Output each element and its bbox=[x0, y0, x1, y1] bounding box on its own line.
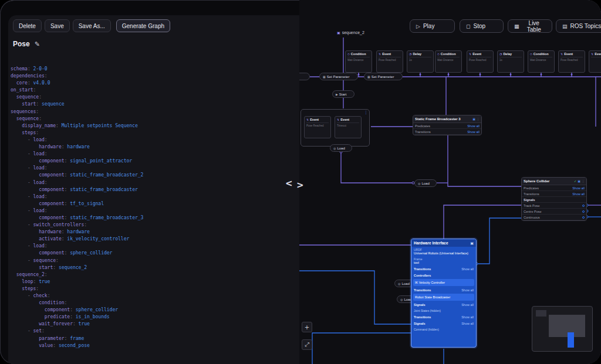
pill-node-load-icon: ◎ bbox=[400, 298, 403, 301]
expand-panel-button[interactable]: > bbox=[296, 180, 304, 190]
code-line: sequence: bbox=[11, 94, 299, 101]
node-title: Event bbox=[310, 118, 319, 121]
pill-node-load[interactable]: ◎Load bbox=[299, 73, 310, 80]
graph-node-event[interactable]: ↯Event bbox=[589, 50, 601, 73]
collapse-panel-button[interactable]: < bbox=[285, 178, 293, 189]
pill-node-set-parameter[interactable]: ▦Set Parameter bbox=[364, 73, 403, 80]
pill-node-load[interactable]: ◎Load bbox=[414, 179, 437, 187]
show-all-link[interactable]: Show all bbox=[467, 124, 480, 128]
section-label: Transitions bbox=[414, 315, 431, 319]
node-section-signals: SignalsShow all bbox=[411, 301, 476, 308]
code-line: on_start: bbox=[11, 87, 299, 94]
node-field-frame: Frametool bbox=[411, 256, 476, 266]
check-icon: ✓ bbox=[574, 179, 576, 183]
delay-icon: ◔ bbox=[499, 52, 502, 56]
pill-label: Load bbox=[337, 147, 345, 150]
graph-node-condition[interactable]: ◇ConditionWait Distance bbox=[345, 50, 372, 73]
graph-canvas[interactable]: ▷ Play ◻ Stop ▦ Live Table ▤ ROS Topics … bbox=[299, 0, 601, 364]
show-all-link[interactable]: Show all bbox=[461, 267, 474, 271]
stop-button[interactable]: ◻ Stop bbox=[460, 19, 504, 33]
pill-node-set-parameter[interactable]: ▦Set Parameter bbox=[319, 73, 358, 80]
row-label: Transitions bbox=[524, 192, 539, 196]
graph-node-event[interactable]: ↯EventPose Reached bbox=[304, 116, 331, 138]
code-editor[interactable]: schema: 2-0-0dependencies: core: v4.0.0o… bbox=[11, 66, 299, 364]
graph-node-delay[interactable]: ◔Delay1s bbox=[407, 50, 434, 73]
code-line: - check: bbox=[11, 292, 299, 300]
graph-node-event[interactable]: ↯EventPose Reached bbox=[376, 50, 403, 73]
graph-node-event[interactable]: ↯EventTimeout bbox=[335, 116, 362, 138]
node-subtitle: 1s bbox=[499, 59, 522, 62]
show-all-link[interactable]: Show all bbox=[461, 303, 474, 307]
show-all-link[interactable]: Show all bbox=[572, 192, 585, 196]
node-subtitle: Wait Distance bbox=[437, 59, 460, 62]
code-line: - switch_controllers: bbox=[11, 222, 299, 229]
section-label: Transitions bbox=[414, 288, 431, 292]
graph-node-event[interactable]: ↯EventPose Reached bbox=[558, 50, 585, 73]
show-all-link[interactable]: Show all bbox=[461, 315, 474, 319]
node-row-predicates: PredicatesShow all bbox=[522, 185, 586, 191]
edit-name-button[interactable]: ✎ bbox=[35, 40, 40, 48]
group-menu-icon[interactable]: ⋮ bbox=[364, 110, 368, 115]
show-all-link[interactable]: Show all bbox=[572, 186, 585, 190]
code-line: wait_forever: true bbox=[11, 321, 299, 328]
node-header: ◔Delay bbox=[499, 52, 522, 57]
row-label: Continuous bbox=[524, 216, 540, 219]
live-table-button[interactable]: ▦ Live Table bbox=[508, 19, 552, 33]
node-section-signals: SignalsShow all bbox=[411, 320, 476, 326]
save-button[interactable]: Save bbox=[45, 19, 70, 32]
node-subtitle: Pose Reached bbox=[379, 59, 401, 62]
code-line: loop: true bbox=[11, 278, 299, 285]
minimap-shape bbox=[536, 310, 546, 317]
section-label: Signals bbox=[414, 303, 426, 307]
signal-port[interactable] bbox=[582, 205, 585, 207]
graph-node-sphere-collider[interactable]: Sphere Collider✓▣⋮PredicatesShow allTran… bbox=[521, 177, 587, 221]
code-line: - load: bbox=[11, 243, 299, 250]
show-all-link[interactable]: Show all bbox=[461, 322, 474, 325]
node-header: ◔Delay bbox=[409, 52, 431, 57]
code-line: dependencies: bbox=[11, 73, 299, 80]
graph-node-delay[interactable]: ◔Delay1s bbox=[497, 50, 524, 73]
controller-item[interactable]: IK Velocity Controller bbox=[413, 279, 474, 286]
controller-item[interactable]: Robot State Broadcaster bbox=[413, 294, 474, 301]
code-line: core: v4.0.0 bbox=[11, 80, 299, 87]
node-header: ◇Condition bbox=[347, 52, 370, 57]
fit-view-button[interactable]: ⤢ bbox=[302, 339, 312, 350]
save-as-button[interactable]: Save As... bbox=[73, 19, 111, 32]
component-icon: ▣ bbox=[472, 117, 475, 121]
minimap[interactable] bbox=[532, 306, 593, 352]
node-row-centre-pose: Centre Pose bbox=[522, 209, 586, 215]
group-label: ▣sequence_2 bbox=[337, 30, 364, 35]
play-button[interactable]: ▷ Play bbox=[410, 19, 455, 33]
delete-button[interactable]: Delete bbox=[13, 19, 42, 32]
node-section-transitions: TransitionsShow all bbox=[411, 314, 476, 320]
code-line: sequence_2: bbox=[11, 271, 299, 278]
pill-node-load[interactable]: ◎Load bbox=[330, 144, 352, 152]
code-line: - load: bbox=[11, 179, 299, 186]
pill-node-load-icon: ◎ bbox=[398, 282, 400, 285]
row-label: Transitions bbox=[415, 130, 431, 134]
generate-graph-button[interactable]: Generate Graph bbox=[116, 19, 170, 32]
node-subtitle: 1s bbox=[409, 59, 431, 62]
node-subtitle: Pose Reached bbox=[561, 59, 583, 62]
pill-label: Set Parameter bbox=[372, 75, 394, 79]
show-all-link[interactable]: Show all bbox=[467, 130, 480, 134]
graph-node-event[interactable]: ↯EventPose Reached bbox=[467, 50, 494, 73]
event-icon: ↯ bbox=[469, 52, 471, 56]
code-line: component: static_frame_broadcaster_3 bbox=[11, 215, 299, 222]
show-all-link[interactable]: Show all bbox=[461, 288, 474, 292]
hardware-interface-node[interactable]: Hardware Interface▣URDFUniversal Robots … bbox=[411, 239, 477, 348]
signal-port[interactable] bbox=[582, 210, 585, 213]
graph-node-condition[interactable]: ◇ConditionWait Distance bbox=[435, 50, 462, 73]
ros-topics-button[interactable]: ▤ ROS Topics bbox=[556, 19, 601, 33]
stop-icon: ◻ bbox=[466, 23, 470, 29]
code-line: start: sequence_2 bbox=[11, 264, 299, 271]
pill-node-start[interactable]: ▶Start bbox=[332, 90, 354, 98]
graph-node-static-frame-broadcaster-3[interactable]: Static Frame Broadcaster 3▣⋮PredicatesSh… bbox=[413, 115, 482, 135]
node-title: Static Frame Broadcaster 3 bbox=[415, 117, 461, 121]
play-label: Play bbox=[423, 23, 434, 29]
node-header-icons: ▣⋮ bbox=[472, 117, 480, 121]
zoom-in-button[interactable]: + bbox=[302, 322, 312, 332]
minimap-shape bbox=[568, 332, 574, 348]
graph-node-condition[interactable]: ◇ConditionWait Distance bbox=[528, 50, 555, 73]
signal-port[interactable] bbox=[582, 216, 585, 219]
